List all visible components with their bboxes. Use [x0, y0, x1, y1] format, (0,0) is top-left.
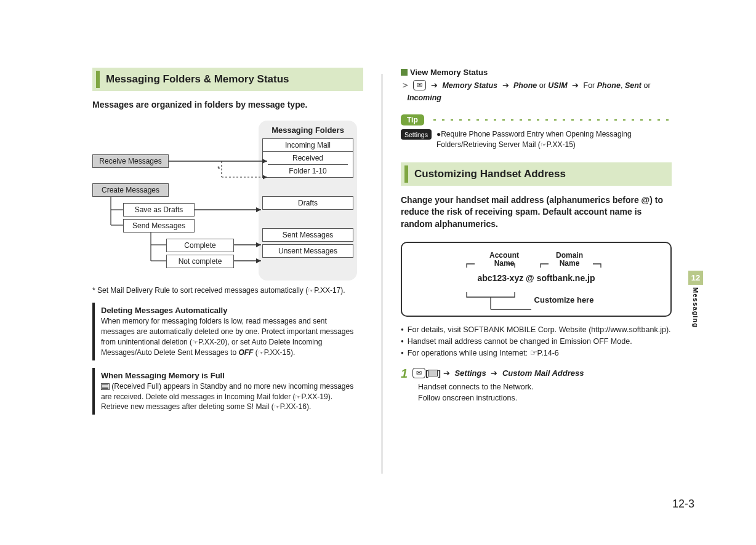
heading-text: Customizing Handset Address	[414, 168, 566, 180]
not-complete-box: Not complete	[166, 255, 234, 268]
step-1: 1 ✉[]➔ Settings ➔ Custom Mail Address	[401, 367, 672, 380]
bullet-list: For details, visit SOFTBANK MOBILE Corp.…	[401, 324, 672, 359]
received-full-icon	[101, 383, 110, 390]
address-card: Account Name Domain Name abc123-xyz @ so…	[401, 242, 672, 317]
domain-name-label: Domain Name	[556, 252, 583, 269]
footnote: * Set Mail Delivery Rule to sort receive…	[92, 285, 363, 295]
asterisk: *	[217, 165, 220, 173]
chevron-icon: ＞	[401, 79, 410, 90]
mail-key-icon: ✉	[412, 368, 425, 378]
folders-diagram: Receive Messages Create Messages Save as…	[92, 121, 363, 280]
note-title: Deleting Messages Automatically	[101, 305, 358, 316]
drafts-label: Drafts	[262, 196, 353, 210]
section-heading-2: Customizing Handset Address	[401, 162, 672, 186]
folders-panel: Messaging Folders Incoming Mail Received…	[259, 121, 357, 280]
page-ref-icon	[274, 402, 280, 411]
complete-box: Complete	[166, 239, 234, 252]
incoming-mail-group: Incoming Mail Received Folder 1-10	[262, 138, 353, 178]
sent-label: Sent Messages	[262, 228, 353, 242]
step-number: 1	[401, 367, 408, 380]
view-memory-block: View Memory Status ＞ ✉ ➔ Memory Status ➔…	[401, 68, 672, 103]
page-ref-icon	[192, 338, 198, 346]
tip-badge: Tip	[401, 114, 424, 125]
unsent-label: Unsent Messages	[262, 244, 353, 258]
square-bullet-icon	[401, 69, 408, 76]
page-number: 12-3	[672, 498, 694, 511]
account-name-label: Account Name	[489, 252, 519, 269]
heading-text: Messaging Folders & Memory Status	[106, 73, 289, 86]
received-label: Received	[268, 152, 348, 165]
section-heading: Messaging Folders & Memory Status	[92, 68, 363, 91]
note-title: When Messaging Memory is Full	[101, 370, 358, 381]
column-divider	[382, 74, 382, 474]
list-item: Handset mail address cannot be changed i…	[401, 336, 672, 348]
chapter-tab: 12 Messaging	[688, 271, 703, 328]
chapter-number: 12	[688, 271, 703, 285]
view-memory-steps: ＞ ✉ ➔ Memory Status ➔ Phone or USIM ➔ Fo…	[401, 78, 672, 103]
step-1-note: Handset connects to the Network. Follow …	[418, 382, 672, 404]
list-item: For details, visit SOFTBANK MOBILE Corp.…	[401, 324, 672, 336]
settings-note: Settings ●Require Phone Password Entry w…	[401, 129, 672, 150]
send-box: Send Messages	[123, 219, 195, 233]
tip-row: Tip	[401, 114, 672, 125]
note-auto-delete: Deleting Messages Automatically When mem…	[92, 303, 363, 360]
settings-badge: Settings	[401, 129, 432, 140]
mail-key-icon: ✉	[413, 80, 426, 90]
chapter-label: Messaging	[692, 287, 699, 328]
list-item: For operations while using Internet: ☞P.…	[401, 348, 672, 359]
intro-text: Messages are organized in folders by mes…	[92, 100, 363, 109]
page-ref-icon	[258, 348, 264, 357]
incoming-mail-label: Incoming Mail	[263, 139, 353, 151]
page-ref-icon	[541, 140, 547, 149]
view-memory-title: View Memory Status	[401, 68, 672, 77]
receive-box: Receive Messages	[92, 154, 169, 168]
example-email: abc123-xyz @ softbank.ne.jp	[407, 273, 666, 283]
tip-dots	[430, 118, 672, 122]
create-box: Create Messages	[92, 183, 169, 197]
save-drafts-box: Save as Drafts	[123, 203, 195, 217]
page-ref-icon	[308, 286, 314, 295]
folders-panel-title: Messaging Folders	[262, 125, 353, 135]
intro-text-2: Change your handset mail address (alphan…	[401, 194, 672, 231]
mail-softkey-icon	[428, 370, 438, 376]
note-memory-full: When Messaging Memory is Full (Received …	[92, 368, 363, 415]
left-column: Messaging Folders & Memory Status Messag…	[92, 68, 363, 474]
folder-range-label: Folder 1-10	[268, 165, 348, 177]
page-ref-icon	[295, 392, 301, 401]
right-column: View Memory Status ＞ ✉ ➔ Memory Status ➔…	[401, 68, 672, 474]
customize-here-label: Customize here	[407, 295, 666, 304]
